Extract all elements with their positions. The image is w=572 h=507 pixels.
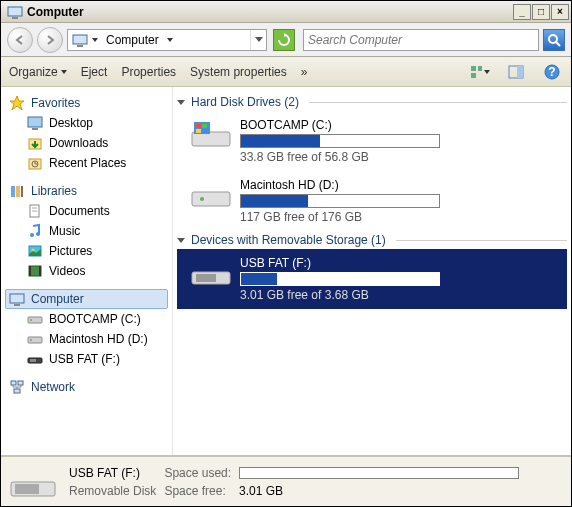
explorer-window: Computer _ □ × Computer Organize Eject P… (0, 0, 572, 507)
drive-macintosh[interactable]: Macintosh HD (D:) 117 GB free of 176 GB (177, 171, 567, 231)
svg-rect-13 (28, 117, 42, 127)
sidebar-item-pictures[interactable]: Pictures (5, 241, 168, 261)
sidebar-item-downloads[interactable]: Downloads (5, 133, 168, 153)
svg-rect-2 (73, 35, 87, 44)
svg-rect-39 (11, 381, 16, 385)
sidebar-item-desktop[interactable]: Desktop (5, 113, 168, 133)
refresh-button[interactable] (273, 29, 295, 51)
toolbar-overflow[interactable]: » (301, 65, 308, 79)
sidebar-computer[interactable]: Computer (5, 289, 168, 309)
sidebar-item-videos[interactable]: Videos (5, 261, 168, 281)
svg-rect-48 (192, 192, 230, 206)
close-button[interactable]: × (551, 4, 569, 20)
status-usage-bar (239, 467, 519, 479)
maximize-button[interactable]: □ (532, 4, 550, 20)
network-icon (9, 379, 25, 395)
titlebar[interactable]: Computer _ □ × (1, 1, 571, 23)
search-box[interactable] (303, 29, 539, 51)
svg-rect-3 (77, 45, 83, 47)
svg-rect-6 (471, 66, 476, 71)
sidebar-item-recent[interactable]: Recent Places (5, 153, 168, 173)
group-removable[interactable]: Devices with Removable Storage (1) (177, 231, 567, 249)
content-pane: Hard Disk Drives (2) BOOTCAMP (C:) 33.8 … (173, 87, 571, 455)
svg-rect-46 (196, 129, 201, 133)
music-icon (27, 223, 43, 239)
svg-rect-51 (196, 274, 216, 282)
computer-icon (7, 4, 23, 20)
svg-rect-42 (192, 132, 230, 146)
hdd-icon (190, 178, 232, 210)
usb-icon (27, 351, 43, 367)
sidebar-favorites[interactable]: Favorites (5, 93, 168, 113)
nav-bar: Computer (1, 23, 571, 57)
address-bar[interactable]: Computer (67, 29, 267, 51)
search-input[interactable] (308, 33, 534, 47)
svg-point-25 (36, 232, 40, 236)
hdd-icon (27, 311, 43, 327)
search-button[interactable] (543, 29, 565, 51)
svg-rect-19 (16, 186, 20, 197)
hdd-icon (190, 118, 232, 150)
sidebar-item-music[interactable]: Music (5, 221, 168, 241)
svg-rect-30 (39, 266, 41, 276)
chevron-down-icon[interactable] (167, 38, 173, 42)
collapse-icon[interactable] (177, 238, 185, 243)
svg-rect-14 (32, 128, 38, 130)
svg-rect-53 (15, 484, 39, 494)
group-hard-disks[interactable]: Hard Disk Drives (2) (177, 93, 567, 111)
sidebar-item-bootcamp[interactable]: BOOTCAMP (C:) (5, 309, 168, 329)
status-bar: USB FAT (F:) Space used: Removable Disk … (1, 456, 571, 506)
sidebar-libraries[interactable]: Libraries (5, 181, 168, 201)
status-type: Removable Disk (69, 483, 162, 499)
svg-point-24 (30, 233, 34, 237)
pictures-icon (27, 243, 43, 259)
svg-rect-31 (10, 294, 24, 303)
window-title: Computer (27, 5, 513, 19)
svg-rect-7 (478, 66, 482, 71)
svg-rect-40 (18, 381, 23, 385)
view-button[interactable] (469, 62, 491, 82)
libraries-icon (9, 183, 25, 199)
hdd-icon (27, 331, 43, 347)
minimize-button[interactable]: _ (513, 4, 531, 20)
sidebar-item-macintosh[interactable]: Macintosh HD (D:) (5, 329, 168, 349)
downloads-icon (27, 135, 43, 151)
toolbar: Organize Eject Properties System propert… (1, 57, 571, 87)
forward-button[interactable] (37, 27, 63, 53)
svg-line-5 (556, 42, 560, 46)
system-properties-button[interactable]: System properties (190, 65, 287, 79)
status-name: USB FAT (F:) (69, 465, 162, 481)
sidebar-item-usbfat[interactable]: USB FAT (F:) (5, 349, 168, 369)
svg-rect-10 (517, 66, 523, 78)
svg-rect-45 (202, 124, 207, 128)
preview-pane-button[interactable] (505, 62, 527, 82)
breadcrumb-computer[interactable]: Computer (106, 33, 159, 47)
svg-point-36 (30, 339, 32, 341)
svg-rect-32 (14, 304, 20, 306)
address-dropdown[interactable] (250, 30, 266, 50)
eject-button[interactable]: Eject (81, 65, 108, 79)
svg-point-34 (30, 319, 32, 321)
svg-point-4 (549, 35, 557, 43)
documents-icon (27, 203, 43, 219)
drive-bootcamp[interactable]: BOOTCAMP (C:) 33.8 GB free of 56.8 GB (177, 111, 567, 171)
collapse-icon[interactable] (177, 100, 185, 105)
drive-usbfat[interactable]: USB FAT (F:) 3.01 GB free of 3.68 GB (177, 249, 567, 309)
status-free-value: 3.01 GB (239, 483, 525, 499)
organize-menu[interactable]: Organize (9, 65, 67, 79)
svg-rect-0 (8, 7, 22, 16)
sidebar-network[interactable]: Network (5, 377, 168, 397)
usage-bar (240, 272, 440, 286)
svg-rect-44 (196, 124, 201, 128)
svg-rect-47 (202, 129, 207, 133)
back-button[interactable] (7, 27, 33, 53)
svg-rect-20 (21, 186, 23, 197)
videos-icon (27, 263, 43, 279)
sidebar-item-documents[interactable]: Documents (5, 201, 168, 221)
properties-button[interactable]: Properties (121, 65, 176, 79)
usage-bar (240, 194, 440, 208)
svg-rect-8 (471, 73, 476, 78)
help-button[interactable]: ? (541, 62, 563, 82)
svg-rect-18 (11, 186, 15, 197)
svg-rect-41 (14, 389, 20, 393)
